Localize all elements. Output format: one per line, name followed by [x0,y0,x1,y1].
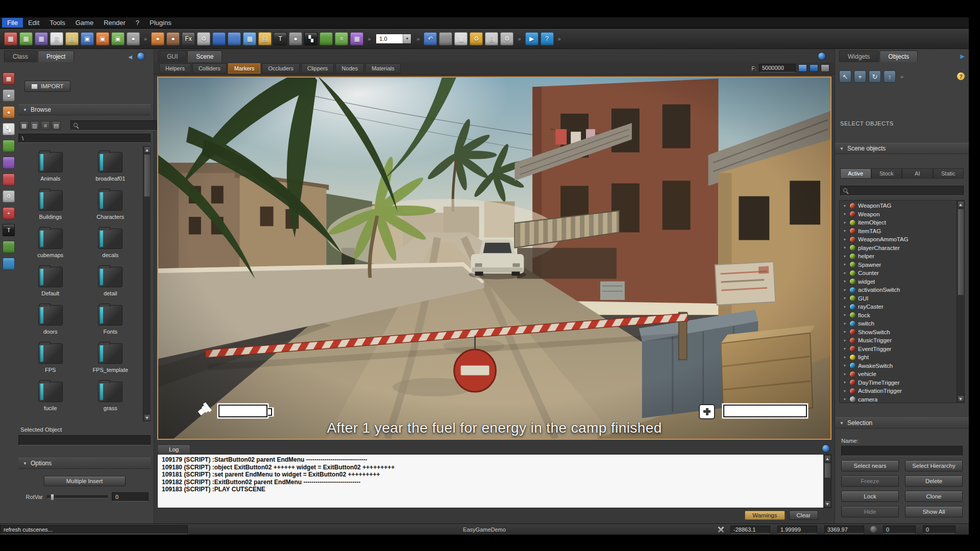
object-row[interactable]: ▼ WeaponAmmoTAG [841,235,956,244]
left-panel-tab[interactable]: Project [38,51,74,62]
folder-scrollbar[interactable] [143,146,151,421]
folder-item[interactable]: FPS_template [85,343,136,373]
scene-new-icon[interactable]: ▦ [4,32,17,45]
object-row[interactable]: ▼ DayTimeTrigger [841,379,956,387]
globe-icon[interactable] [137,53,144,60]
scroll-thumb[interactable] [824,463,831,478]
object-row[interactable]: ▼ itemObject [841,218,956,227]
script-icon[interactable]: ▤ [258,32,272,45]
path-field[interactable]: \ [18,134,151,143]
add-cube-icon[interactable]: + [3,207,15,219]
expand-triangle-icon[interactable]: ▼ [842,364,847,367]
plant-icon[interactable] [3,241,15,253]
object-row[interactable]: ▼ WeaponTAG [841,202,956,210]
expand-triangle-icon[interactable]: ▼ [842,372,847,376]
object-row[interactable]: ▼ EventTrigger [841,345,956,354]
panel-icon[interactable] [228,32,241,45]
toolbar-overflow-chevron[interactable]: » [365,36,373,42]
clear-button[interactable]: Clear [789,511,818,520]
expand-triangle-icon[interactable]: ▼ [842,246,847,249]
folder-item[interactable]: Default [25,267,76,296]
object-row[interactable]: ▼ Counter [841,269,956,278]
thumbnails-view-icon[interactable]: ▦ [19,121,29,130]
object-search[interactable] [840,186,964,196]
object-row[interactable]: ▼ ItemTAG [841,227,956,236]
folder-item[interactable]: detail [85,267,136,296]
expand-panel-icon[interactable]: ▶ [961,53,965,60]
scroll-down-icon[interactable] [958,395,964,402]
folder-item[interactable]: Characters [85,190,136,220]
scroll-up-icon[interactable] [958,201,964,208]
object-filter-tab[interactable]: Active [840,168,871,179]
toolbar-overflow-chevron[interactable]: » [414,36,422,42]
toolbar-overflow-chevron[interactable]: » [142,36,149,42]
object-row[interactable]: ▼ vehicle [841,370,956,379]
expand-triangle-icon[interactable]: ▼ [842,204,847,208]
keyboard-icon[interactable]: ▤ [485,32,498,45]
folder-up-icon[interactable]: ▤ [52,121,61,130]
expand-triangle-icon[interactable]: ▼ [842,296,847,300]
selection-button[interactable]: Lock [841,491,899,502]
folder-item[interactable]: Animals [25,152,76,182]
scroll-thumb[interactable] [144,154,151,197]
expand-triangle-icon[interactable]: ▼ [842,356,847,359]
object-row[interactable]: ▼ activationSwitch [841,286,956,294]
right-panel-tab[interactable]: Widgets [839,51,878,62]
warnings-button[interactable]: Warnings [745,511,785,520]
expand-triangle-icon[interactable]: ▼ [842,322,847,325]
transform-axes-icon[interactable]: + [854,70,866,83]
log-tab[interactable]: Log [157,444,190,454]
folder-item[interactable]: Buildings [25,190,76,220]
selection-button[interactable]: Clone [905,491,963,502]
selection-button[interactable]: Select Hierarchy [905,460,963,471]
new-file-icon[interactable]: ▤ [50,32,63,45]
prefab-icon[interactable]: ▦ [350,32,363,45]
expand-triangle-icon[interactable]: ▼ [842,255,847,258]
scroll-down-icon[interactable] [824,500,831,507]
export-image-icon[interactable]: ▣ [111,32,125,45]
list-view-icon[interactable]: ≡ [41,121,50,130]
scene-save-icon[interactable]: ▦ [35,32,48,45]
rotate-tool-icon[interactable]: ↻ [869,70,881,83]
object-filter-tab[interactable]: Static [933,168,964,179]
expand-triangle-icon[interactable]: ▼ [842,330,847,334]
center-tab[interactable]: Scene [187,51,222,62]
expand-triangle-icon[interactable]: ▼ [842,238,847,241]
camera-view-icon[interactable] [810,64,818,72]
mode-tab[interactable]: Colliders [192,63,227,73]
folder-item[interactable]: Fonts [85,305,136,335]
grid-icon[interactable]: ▦ [454,32,468,45]
left-panel-tab[interactable]: Class [4,51,37,62]
orange-sphere-icon[interactable]: ● [3,106,15,118]
mode-tab[interactable]: Helpers [159,63,191,73]
f-value-field[interactable]: 5000000 [759,64,796,72]
scroll-thumb[interactable] [958,209,964,295]
expand-triangle-icon[interactable]: ▼ [842,305,847,309]
object-row[interactable]: ▼ camera [841,395,956,404]
expand-triangle-icon[interactable]: ▼ [842,397,847,401]
selection-button[interactable]: Select nears [841,460,899,471]
menu-item[interactable]: Plugins [144,18,177,28]
object-row[interactable]: ▼ light [841,353,956,362]
render-image-icon[interactable]: ▣ [96,32,109,45]
globe-icon[interactable] [822,445,829,452]
selection-button[interactable]: Show All [905,506,963,517]
object-row[interactable]: ▼ rayCaster [841,303,956,311]
flag-icon[interactable] [212,32,226,45]
package-icon[interactable] [3,258,15,270]
log-output[interactable]: 109179 (SCRIPT) :StartButton02 parent En… [157,454,831,508]
purple-material-icon[interactable] [3,157,15,169]
expand-triangle-icon[interactable]: ▼ [842,280,847,283]
expand-triangle-icon[interactable]: ▼ [842,381,847,384]
wheel-icon[interactable]: ⚙ [3,190,15,203]
object-row[interactable]: ▼ widget [841,278,956,286]
slider-thumb[interactable] [51,494,54,500]
raise-tool-icon[interactable]: ↑ [884,70,896,83]
gray-sphere-icon[interactable]: ● [3,89,15,102]
object-row[interactable]: ▼ flock [841,311,956,320]
globe-icon[interactable] [818,53,825,60]
asset-search[interactable] [70,120,157,131]
center-tab[interactable]: GUI [158,51,186,62]
mode-tab[interactable]: Occluders [262,63,300,73]
options-header[interactable]: ▼ Options [18,458,151,469]
